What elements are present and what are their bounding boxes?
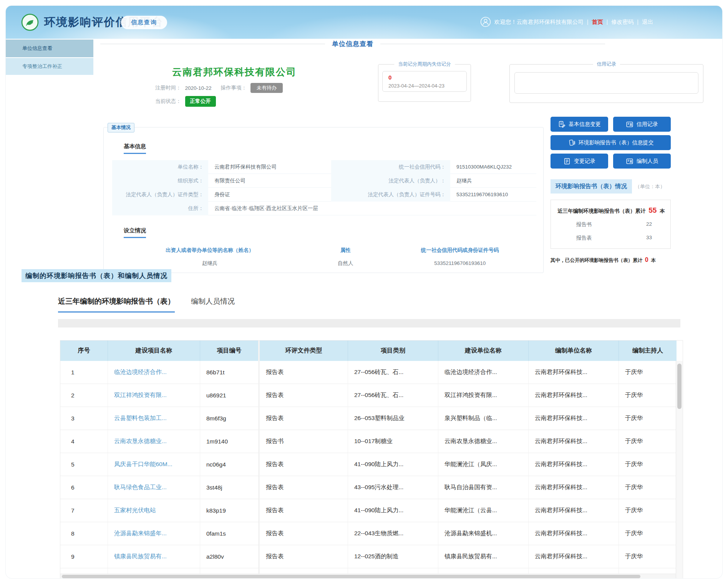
table-cell: 8 <box>60 522 108 545</box>
table-cell: 1 <box>60 361 108 384</box>
project-name-cell: 耿马绿色食品工业... <box>108 476 200 499</box>
column-header: 编制主持人 <box>619 341 677 361</box>
horizontal-scrollbar[interactable] <box>60 574 676 579</box>
logout-link[interactable]: 退出 <box>642 18 653 26</box>
setup-header-cell: 属性 <box>307 243 384 257</box>
toolbar-strip <box>58 319 680 328</box>
table-cell: 云南农垦永德糖业... <box>438 430 529 453</box>
project-link[interactable]: 云南农垦永德糖业... <box>114 438 167 444</box>
stats-row-book: 报告书 22 <box>551 221 670 228</box>
project-link[interactable]: 临沧边境经济合作... <box>114 369 167 375</box>
report-total-value: 55 <box>647 206 658 214</box>
table-cell: 8m6f3g <box>200 407 260 430</box>
table-cell: 于庆华 <box>619 545 677 568</box>
table-cell: 报告表 <box>260 476 348 499</box>
table-cell: k83p19 <box>200 499 260 522</box>
project-link[interactable]: 凤庆县干口华能60M... <box>114 461 172 467</box>
credit-record-button[interactable]: 信用记录 <box>613 117 671 132</box>
table-cell: 于庆华 <box>619 407 677 430</box>
column-header: 建设单位名称 <box>438 341 529 361</box>
person-card-icon <box>626 157 633 165</box>
project-name-cell: 五家村光伏电站 <box>108 499 200 522</box>
credit-record-box: 信用记录 <box>509 64 703 103</box>
table-row: 1临沧边境经济合作...86b71t报告表27--056砖瓦、石...临沧边境经… <box>60 361 677 384</box>
table-cell: a2l80v <box>200 545 260 568</box>
table-cell: 1m9140 <box>200 430 260 453</box>
project-name-cell: 镇康县民族贸易有... <box>108 545 200 568</box>
table-cell: 41--090陆上风力... <box>348 453 438 476</box>
tab-setup-info[interactable]: 设立情况 <box>124 227 146 238</box>
table-cell: 10--017制糖业 <box>348 430 438 453</box>
stats-label: 报告书 <box>576 221 592 228</box>
report-tabs: 近三年编制的环境影响报告书（表） 编制人员情况 <box>58 296 235 313</box>
info-query-button[interactable]: 信息查询 <box>121 16 167 29</box>
project-link[interactable]: 沧源县勐来锦盛年... <box>114 530 167 536</box>
basic-panel-tag: 基本情况 <box>108 123 134 132</box>
change-record-button[interactable]: 变更记录 <box>551 154 608 169</box>
table-cell: 报告书 <box>260 430 348 453</box>
button-label: 基本信息变更 <box>569 121 601 128</box>
change-password-link[interactable]: 修改密码 <box>611 18 633 26</box>
report-submit-icon <box>568 139 575 147</box>
horizontal-scrollbar-thumb[interactable] <box>62 575 640 578</box>
table-cell: 报告表 <box>260 407 348 430</box>
divider <box>380 44 605 44</box>
project-link[interactable]: 双江祥鸿投资有限... <box>114 392 167 398</box>
sidebar-item-unit-info[interactable]: 单位信息查看 <box>6 40 93 57</box>
separator: | <box>587 19 589 25</box>
compilers-button[interactable]: 编制人员 <box>613 154 671 169</box>
project-name-cell: 云县塑料包装加工... <box>108 407 200 430</box>
project-name-cell: 云南农垦永德糖业... <box>108 430 200 453</box>
project-link[interactable]: 五家村光伏电站 <box>114 507 156 513</box>
basic-info-change-button[interactable]: 基本信息变更 <box>551 117 608 132</box>
table-cell: 于庆华 <box>619 522 677 545</box>
register-date: 2020-10-22 <box>185 85 212 91</box>
field-label: 住所： <box>112 202 208 215</box>
field-value: 有限责任公司 <box>208 174 331 188</box>
table-cell: 泉兴塑料制品（临... <box>438 407 529 430</box>
action-column: 基本信息变更 信用记录 环境影响报告书（表）信息提交 变更记录 <box>551 117 671 264</box>
column-header: 建设项目名称 <box>108 341 200 361</box>
report-submit-button[interactable]: 环境影响报告书（表）信息提交 <box>551 135 671 150</box>
vertical-scrollbar[interactable] <box>676 361 683 579</box>
public-unit: 本 <box>651 258 656 263</box>
project-name-cell: 凤庆县干口华能60M... <box>108 453 200 476</box>
tab-compilers[interactable]: 编制人员情况 <box>191 296 235 313</box>
stats-value: 22 <box>646 221 652 228</box>
button-label: 编制人员 <box>637 158 658 165</box>
table-cell: 双江祥鸿投资有限... <box>438 384 529 407</box>
field-value: 云南君邦环保科技有限公司 <box>208 160 331 174</box>
table-cell: 华能澜沧江（云县... <box>438 499 529 522</box>
field-label: 法定代表人（负责人）证件类型： <box>112 188 208 202</box>
table-cell: 报告表 <box>260 545 348 568</box>
document-edit-icon <box>558 121 565 128</box>
table-cell: 9 <box>60 545 108 568</box>
person-card-icon <box>626 121 633 128</box>
table-cell: 于庆华 <box>619 430 677 453</box>
table-cell: 云南君邦环保科技... <box>529 522 619 545</box>
platform-logo-icon <box>21 13 39 31</box>
table-cell: 云南君邦环保科技... <box>529 430 619 453</box>
setup-cell: 533521196706193610 <box>384 257 536 270</box>
table-row: 9镇康县民族贸易有...a2l80v报告表12--025酒的制造镇康县民族贸易有… <box>60 545 677 568</box>
table-cell: 华能澜沧江（凤庆... <box>438 453 529 476</box>
setup-table: 出资人或者举办单位等的名称（姓名） 属性 统一社会信用代码或身份证件号码 赵继兵… <box>112 243 536 270</box>
table-cell: 4 <box>60 430 108 453</box>
vertical-scrollbar-thumb[interactable] <box>677 364 682 409</box>
score-box: 当前记分周期内失信记分 0 2023-04-24—2024-04-23 <box>378 64 471 102</box>
column-header: 环评文件类型 <box>260 341 348 361</box>
table-cell: 临沧边境经济合作... <box>438 361 529 384</box>
table-cell: 于庆华 <box>619 361 677 384</box>
tab-basic-info[interactable]: 基本信息 <box>124 143 146 154</box>
home-link[interactable]: 首页 <box>592 18 603 26</box>
score-box-legend: 当前记分周期内失信记分 <box>394 61 455 68</box>
table-cell: 5 <box>60 453 108 476</box>
project-link[interactable]: 镇康县民族贸易有... <box>114 553 167 559</box>
credit-box-legend: 信用记录 <box>593 61 620 68</box>
project-link[interactable]: 云县塑料包装加工... <box>114 415 167 421</box>
sidebar-item-rectification[interactable]: 专项整治工作补正 <box>6 58 93 75</box>
project-link[interactable]: 耿马绿色食品工业... <box>114 484 167 490</box>
tab-recent-reports[interactable]: 近三年编制的环境影响报告书（表） <box>58 296 175 313</box>
table-cell: 于庆华 <box>619 476 677 499</box>
score-inner-box: 0 2023-04-24—2024-04-23 <box>382 71 467 92</box>
